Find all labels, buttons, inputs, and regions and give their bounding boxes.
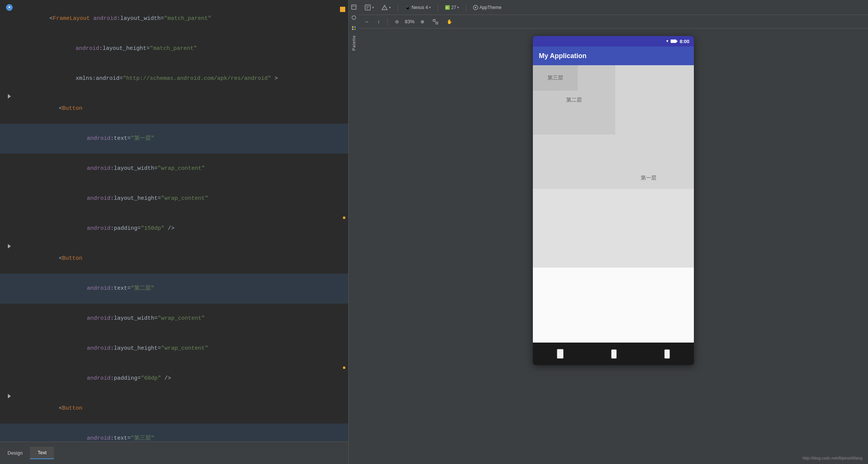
string-wrap: "wrap_content" (161, 345, 208, 352)
plain: /> (164, 225, 174, 232)
attr-android: android (87, 135, 110, 142)
string-layer1: "第一层" (131, 135, 154, 142)
code-text-11: android:layout_width="wrap_content" (19, 304, 348, 333)
warning-indicator (340, 7, 345, 12)
footer-url: http://blog.csdn.net/AlpinistWang (802, 456, 862, 460)
code-line-12: android:layout_height="wrap_content" (0, 334, 348, 364)
tab-text[interactable]: Text (30, 447, 54, 459)
code-text-9: <Button (19, 244, 348, 273)
device-content: 第一层 第二层 第三层 (533, 65, 694, 268)
code-text-2: android:layout_height="match_parent" (19, 34, 348, 63)
gutter-14 (0, 394, 19, 398)
code-text-7: android:layout_height="wrap_content" (19, 184, 348, 213)
palette-label: Palette (352, 35, 356, 51)
api-level-label: 27 (451, 5, 456, 10)
plain: :text= (110, 435, 131, 442)
tab-design[interactable]: Design (0, 447, 30, 459)
attr-android: android (87, 165, 110, 172)
phone-icon: 📱 (405, 5, 410, 10)
string-match-parent: "match_parent" (164, 15, 211, 22)
tag-button-2: Button (62, 255, 82, 262)
zoom-out-button[interactable]: ⊖ (393, 18, 401, 25)
arrow-left-icon: ↔ (365, 19, 369, 24)
api-selector[interactable]: A 27 ▾ (443, 4, 461, 11)
api-icon: A (445, 5, 450, 10)
hand-pan-icon: ✋ (447, 19, 452, 24)
layer1-label: 第一层 (641, 175, 656, 181)
plain: :layout_width= (110, 165, 158, 172)
code-text-13: android:padding="60dp" /> (19, 364, 348, 393)
palette-theme-icon[interactable] (350, 24, 358, 32)
arrow-up-button[interactable]: ↕ (375, 18, 382, 25)
svg-rect-3 (352, 26, 353, 28)
tag-button-3: Button (62, 405, 82, 412)
device-app-bar: My Application (533, 46, 694, 65)
plain: :text= (110, 135, 131, 142)
string-wrap: "wrap_content" (158, 315, 205, 322)
zoom-out-icon: ⊖ (395, 19, 399, 24)
editor-panel: ● <FrameLayout android:layout_width="mat… (0, 0, 348, 464)
string-layer2: "第二层" (131, 285, 154, 292)
code-text-1: <FrameLayout android:layout_width="match… (19, 4, 348, 33)
toolbar-separator-2 (438, 4, 438, 11)
layer-3: 第三层 (533, 65, 578, 91)
component-tree-button[interactable]: ▾ (362, 3, 376, 12)
api-chevron: ▾ (457, 6, 459, 9)
svg-rect-0 (352, 5, 356, 9)
code-line-11: android:layout_width="wrap_content" (0, 304, 348, 334)
string-150dp: "150dp" (141, 225, 164, 232)
bottom-tab-bar: Design Text (0, 442, 348, 464)
svg-point-15 (475, 7, 476, 8)
device-name-label: Nexus 4 (412, 5, 428, 10)
code-line-15: android:text="第三层" (0, 424, 348, 442)
breakpoint-icon[interactable]: ● (6, 4, 13, 11)
signal-icon: ▼ (666, 39, 668, 43)
device-status-bar: ▼ 8:00 (533, 36, 694, 46)
code-line-3: xmlns:android="http://schemas.android.co… (0, 64, 348, 94)
nav-recents-button[interactable]: □ (664, 349, 670, 359)
nav-home-button[interactable]: ○ (611, 349, 617, 359)
plain (90, 15, 93, 22)
theme-selector[interactable]: AppTheme (471, 4, 504, 11)
error-list-button[interactable]: ! ▾ (379, 3, 393, 12)
layer3-label: 第三层 (547, 75, 563, 81)
plain: > (271, 75, 278, 82)
fold-arrow-2[interactable] (8, 244, 11, 248)
code-line-9: <Button (0, 244, 348, 274)
attr-android: android (87, 285, 110, 292)
fit-screen-button[interactable] (430, 18, 441, 26)
pan-button[interactable]: ✋ (444, 18, 455, 25)
attr-android: android (87, 195, 110, 202)
string-layer3: "第三层" (131, 435, 154, 442)
code-text-8: android:padding="150dp" /> (19, 214, 348, 243)
nav-back-button[interactable]: ◁ (557, 349, 564, 359)
gutter-1: ● (0, 4, 19, 11)
arrow-left-button[interactable]: ↔ (362, 18, 371, 25)
editor-content[interactable]: ● <FrameLayout android:layout_width="mat… (0, 0, 348, 442)
plain: :padding= (110, 225, 141, 232)
code-text-5: android:text="第一层" (19, 124, 348, 153)
code-line-10: android:text="第二层" (0, 274, 348, 304)
fold-arrow-1[interactable] (8, 94, 11, 99)
svg-rect-16 (433, 19, 435, 21)
fold-arrow-3[interactable] (8, 394, 11, 398)
palette-layers-icon[interactable] (350, 3, 358, 11)
palette-widget-icon[interactable] (350, 14, 358, 21)
device-content-wrapper: 第一层 第二层 第三层 (533, 65, 694, 268)
plain: :text= (110, 285, 131, 292)
svg-rect-18 (671, 40, 676, 43)
zoom-in-button[interactable]: ⊕ (418, 18, 427, 25)
app-title: My Application (539, 52, 586, 60)
arrow-up-icon: ↕ (377, 19, 380, 24)
device-nav-bar: ◁ ○ □ (533, 343, 694, 365)
plain: :layout_height= (110, 345, 161, 352)
preview-toolbar-row2: ↔ ↕ ⊖ 83% ⊕ ✋ (359, 15, 868, 28)
code-line-7: android:layout_height="wrap_content" (0, 184, 348, 214)
code-text-14: <Button (19, 394, 348, 423)
component-tree-icon (365, 4, 371, 10)
code-text-4: <Button (19, 94, 348, 123)
code-line-2: android:layout_height="match_parent" (0, 34, 348, 64)
code-line-1: ● <FrameLayout android:layout_width="mat… (0, 4, 348, 34)
svg-point-2 (352, 16, 356, 19)
device-selector[interactable]: 📱 Nexus 4 ▾ (403, 4, 433, 11)
